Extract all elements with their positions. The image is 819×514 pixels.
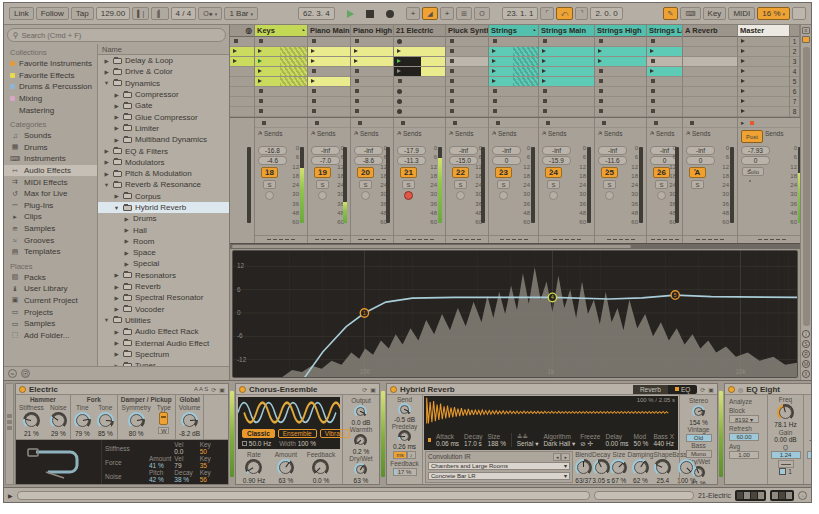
track-stop-row[interactable] [308,119,350,128]
volume-field[interactable]: -11.3 [397,156,426,165]
chevron-right-icon[interactable]: ▶ [103,159,110,165]
draw-mode-icon[interactable]: ✎ [663,7,679,20]
clip-slot[interactable] [683,67,737,77]
blend-control-knob[interactable] [575,459,592,476]
clip-slot[interactable] [394,57,445,67]
tree-item[interactable]: ▶Resonators [98,270,229,281]
category-item-plug-ins[interactable]: ⎓Plug-Ins [4,200,97,212]
track-header[interactable]: Strings◔ [489,25,538,37]
bass-mono-control[interactable]: BassMono [686,442,712,458]
hot-swap-icon[interactable]: ⟳ [362,386,367,393]
hpf-control[interactable]: 50.0 Hz [242,440,271,447]
clip-slot[interactable] [647,67,682,77]
mode-ensemble[interactable]: Ensemble [278,429,317,438]
clip-slot[interactable] [308,57,350,67]
clip-stop-icon[interactable] [450,39,454,43]
overview-menu-icon[interactable]: ≡ [802,27,810,34]
stop-clips-icon[interactable] [262,121,266,125]
clip-play-icon[interactable] [354,49,358,53]
clip-slot[interactable] [683,47,737,57]
chevron-right-icon[interactable]: ▶ [103,58,110,64]
clip-stop-icon[interactable] [651,39,655,43]
clip-slot[interactable] [446,57,488,67]
chevron-right-icon[interactable]: ▶ [113,329,120,335]
scene-number[interactable]: 2 [790,47,799,57]
returns-toggle-icon[interactable]: R [802,350,810,358]
clip-slot[interactable] [683,77,737,87]
clip-slot[interactable] [539,57,594,67]
type-selector[interactable]: TypeW [157,404,171,437]
clip-play-icon[interactable] [650,69,654,73]
stop-clips-icon[interactable] [315,121,319,125]
arm-button[interactable] [657,191,666,200]
computer-midi-keyboard-icon[interactable]: ⌨ [680,7,700,20]
clip-slot[interactable] [308,37,350,47]
stiffness-control-knob[interactable] [23,412,40,429]
ir-nav[interactable]: ◂▸ [553,453,570,460]
send-knob[interactable] [398,403,411,416]
decay-param[interactable]: Decay17.0 s [464,433,482,447]
stop-all-icon[interactable] [750,121,754,125]
tree-item[interactable]: ▶Pitch & Modulation [98,168,229,179]
clip-slot[interactable] [539,107,594,117]
clip-slot[interactable] [255,37,307,47]
scene-launch-icon[interactable] [741,39,745,43]
crossfade-assign[interactable] [539,235,594,243]
analyze-label[interactable]: Analyze [729,398,765,405]
clip-stop-icon[interactable] [312,89,316,93]
mod-cell[interactable]: Vel0.0 [174,441,199,455]
track-stop-row[interactable] [683,119,737,128]
clip-stop-icon[interactable] [651,109,655,113]
tree-item[interactable]: ▶Space [98,247,229,258]
peak-level-field[interactable]: -inf [542,146,571,155]
clip-slot[interactable] [230,57,254,67]
loop-length-field[interactable]: 2. 0. 0 [590,7,622,20]
track-number-badge[interactable]: 19 [314,167,331,178]
horizontal-scrollbar[interactable] [230,243,800,249]
reenable-automation-icon[interactable]: O [474,7,489,20]
peak-level-field[interactable]: -inf [598,146,627,155]
device-on-icon[interactable] [728,386,735,393]
clip-stop-icon[interactable] [312,99,316,103]
category-item-clips[interactable]: ▸Clips [4,211,97,223]
notification-bell-icon[interactable]: ◦ [798,491,807,500]
clip-stop-icon[interactable] [312,39,316,43]
freeze-param[interactable]: Freeze⊘ ✢ [580,433,600,447]
scene-launch-icon[interactable] [741,109,745,113]
volume-field[interactable]: -4.6 [258,156,287,165]
bass-value[interactable]: Mono [686,450,712,458]
mod-cell[interactable]: Key56 [200,469,225,483]
clip-slot[interactable] [683,87,737,97]
device-view-selector[interactable] [5,383,14,485]
stop-all-clips-icon[interactable]: ▸ [741,119,744,127]
tree-item[interactable]: ▶Delay & Loop [98,55,229,66]
track-header[interactable]: 21 Electric [394,25,445,37]
predelay-knob[interactable] [398,430,411,443]
stop-button[interactable] [366,10,374,18]
scene-launch-icon[interactable] [741,59,745,63]
volume-field[interactable]: 0 [741,156,770,165]
clip-slot[interactable] [255,77,307,87]
quantize-menu[interactable]: 1 Bar▾ [224,7,258,20]
clip-stop-icon[interactable] [543,109,547,113]
crossfade-assign[interactable] [351,235,393,243]
clip-slot[interactable] [308,97,350,107]
arm-button[interactable] [456,191,465,200]
size-control-knob[interactable] [610,459,627,476]
clip-slot[interactable] [489,47,538,57]
chevron-right-icon[interactable]: ▶ [123,238,130,244]
stop-clips-icon[interactable] [401,121,405,125]
filter-type-icon[interactable] [778,460,794,468]
cpu-load-meter[interactable]: 16 %▾ [757,7,790,20]
clip-slot[interactable] [539,37,594,47]
q-field[interactable]: 1.24 [771,451,801,459]
mod-cell[interactable]: Decay38 % [174,469,199,483]
volume-field[interactable]: -11.6 [598,156,627,165]
tine-control-knob[interactable] [74,412,91,429]
status-play-icon[interactable]: ▶ [8,492,13,499]
clip-slot[interactable] [230,87,254,97]
warmth-control-knob[interactable] [354,434,367,447]
track-header[interactable]: A Reverb [683,25,737,37]
crossfade-assign[interactable] [394,235,445,243]
clip-slot[interactable] [647,57,682,67]
